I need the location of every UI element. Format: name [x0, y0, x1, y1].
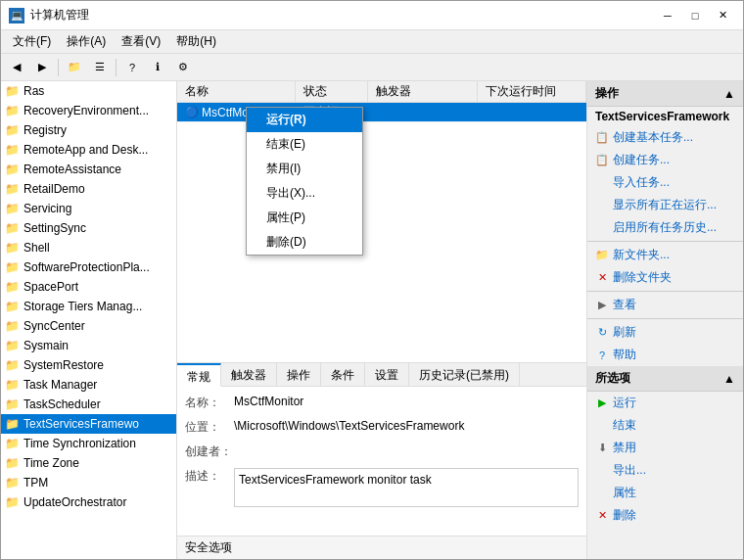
tabs-bar: 常规 触发器 操作 条件 设置 历史记录(已禁用) [177, 363, 586, 387]
location-value: \Microsoft\Windows\TextServicesFramework [234, 419, 579, 436]
right-action-show-running[interactable]: 显示所有正在运行... [587, 194, 743, 216]
menu-file[interactable]: 文件(F) [5, 31, 59, 52]
col-trigger[interactable]: 触发器 [368, 81, 477, 102]
info-button[interactable]: ℹ [146, 57, 169, 78]
context-menu-properties[interactable]: 属性(P) [247, 206, 362, 230]
tab-triggers[interactable]: 触发器 [221, 363, 277, 386]
sidebar-item-timezone[interactable]: 📁 Time Zone [1, 453, 176, 473]
sidebar-item-synccenter[interactable]: 📁 SyncCenter [1, 316, 176, 336]
title-bar: 💻 计算机管理 ─ □ ✕ [1, 1, 743, 30]
main-window: 💻 计算机管理 ─ □ ✕ 文件(F) 操作(A) 查看(V) 帮助(H) ◀ … [0, 0, 744, 560]
folder-icon: 📁 [5, 476, 20, 490]
right-action-refresh[interactable]: ↻ 刷新 [587, 321, 743, 344]
right-selected-properties[interactable]: 属性 [587, 482, 743, 504]
desc-label: 描述： [185, 468, 234, 507]
sidebar-item-shell[interactable]: 📁 Shell [1, 238, 176, 257]
context-menu-run[interactable]: 运行(R) [247, 108, 362, 132]
toolbar-separator-2 [116, 59, 116, 76]
main-content: 📁 Ras 📁 RecoveryEnvironment... 📁 Registr… [1, 81, 743, 559]
forward-button[interactable]: ▶ [30, 57, 54, 78]
context-menu-end[interactable]: 结束(E) [247, 132, 362, 157]
toolbar-separator-1 [58, 59, 59, 76]
task-list-body: 🔵 MsCtfMoni... 正在运行 - 当所... [177, 103, 586, 362]
sidebar-item-systemrestore[interactable]: 📁 SystemRestore [1, 355, 176, 375]
sidebar-item-timesynchronization[interactable]: 📁 Time Synchronization [1, 434, 176, 453]
disable-icon: ⬇ [595, 442, 609, 455]
right-separator-3 [587, 318, 743, 319]
right-action-help[interactable]: ? 帮助 [587, 344, 743, 366]
close-button[interactable]: ✕ [710, 6, 735, 25]
folder-icon: 📁 [5, 143, 20, 157]
folder-icon: 📁 [5, 221, 20, 235]
name-label: 名称： [185, 395, 234, 411]
right-selected-run[interactable]: ▶ 运行 [587, 392, 743, 414]
right-action-view[interactable]: ▶ 查看 [587, 294, 743, 316]
desc-value: TextServicesFramework monitor task [234, 468, 579, 507]
tab-actions[interactable]: 操作 [277, 363, 321, 386]
sidebar-item-tpm[interactable]: 📁 TPM [1, 473, 176, 492]
folder-icon: 📁 [5, 84, 20, 98]
run-icon: ▶ [595, 397, 609, 410]
context-menu-disable[interactable]: 禁用(I) [247, 157, 362, 181]
menu-view[interactable]: 查看(V) [114, 31, 168, 52]
right-selected-export[interactable]: 导出... [587, 459, 743, 482]
col-next-run[interactable]: 下次运行时间 [478, 81, 586, 102]
sidebar-item-remoteassistance[interactable]: 📁 RemoteAssistance [1, 160, 176, 179]
maximize-button[interactable]: □ [682, 6, 708, 25]
settings-button[interactable]: ⚙ [171, 57, 195, 78]
sidebar-item-retaildemo[interactable]: 📁 RetailDemo [1, 179, 176, 199]
sidebar-item-storagetiersmanager[interactable]: 📁 Storage Tiers Manag... [1, 297, 176, 316]
minimize-button[interactable]: ─ [655, 6, 680, 25]
table-row[interactable]: 🔵 MsCtfMoni... 正在运行 - 当所... [177, 103, 586, 122]
right-action-delete-folder[interactable]: ✕ 删除文件夹 [587, 266, 743, 289]
sidebar-item-textservicesframework[interactable]: 📁 TextServicesFramewo [1, 414, 176, 434]
sidebar-item-settingsync[interactable]: 📁 SettingSync [1, 218, 176, 238]
task-list-area: 名称 状态 触发器 下次运行时间 🔵 MsCtfMoni... 正在运行 - 当… [177, 81, 586, 363]
context-menu: 运行(R) 结束(E) 禁用(I) 导出(X)... 属性(P) 删除(D) [246, 107, 363, 256]
col-status[interactable]: 状态 [296, 81, 369, 102]
right-action-create-task[interactable]: 📋 创建任务... [587, 149, 743, 171]
sidebar-item-taskmanager[interactable]: 📁 Task Manager [1, 375, 176, 395]
folder-icon: 📁 [5, 280, 20, 294]
sidebar-item-registry[interactable]: 📁 Registry [1, 120, 176, 140]
view-icon: ▶ [595, 299, 609, 312]
sidebar-item-sysmain[interactable]: 📁 Sysmain [1, 336, 176, 355]
help-icon: ? [595, 349, 609, 362]
right-action-import-task[interactable]: 导入任务... [587, 171, 743, 194]
col-name[interactable]: 名称 [177, 81, 296, 102]
context-menu-export[interactable]: 导出(X)... [247, 181, 362, 206]
new-folder-icon: 📁 [595, 249, 609, 262]
sidebar-item-recoveryenvironment[interactable]: 📁 RecoveryEnvironment... [1, 101, 176, 120]
tab-settings[interactable]: 设置 [365, 363, 409, 386]
folder-icon: 📁 [5, 456, 20, 470]
sidebar-item-updateorchestrator[interactable]: 📁 UpdateOrchestrator [1, 492, 176, 512]
right-panel: 操作 ▲ TextServicesFramework 📋 创建基本任务... 📋… [586, 81, 743, 559]
back-button[interactable]: ◀ [5, 57, 28, 78]
right-action-enable-history[interactable]: 启用所有任务历史... [587, 216, 743, 239]
sidebar-item-remoteapp[interactable]: 📁 RemoteApp and Desk... [1, 140, 176, 160]
context-menu-delete[interactable]: 删除(D) [247, 230, 362, 255]
tab-conditions[interactable]: 条件 [321, 363, 365, 386]
properties-icon [595, 487, 609, 500]
folder-icon: 📁 [5, 182, 20, 196]
sidebar-item-servicing[interactable]: 📁 Servicing [1, 199, 176, 218]
tab-general[interactable]: 常规 [177, 363, 221, 387]
help-button[interactable]: ? [120, 57, 144, 78]
title-controls: ─ □ ✕ [655, 6, 735, 25]
right-selected-end[interactable]: 结束 [587, 414, 743, 437]
list-button[interactable]: ☰ [88, 57, 112, 78]
right-action-create-basic[interactable]: 📋 创建基本任务... [587, 126, 743, 149]
right-selected-disable[interactable]: ⬇ 禁用 [587, 437, 743, 459]
tab-history[interactable]: 历史记录(已禁用) [409, 363, 520, 386]
folder-button[interactable]: 📁 [63, 57, 86, 78]
menu-action[interactable]: 操作(A) [59, 31, 114, 52]
menu-bar: 文件(F) 操作(A) 查看(V) 帮助(H) [1, 30, 743, 54]
sidebar-item-spaceport[interactable]: 📁 SpacePort [1, 277, 176, 297]
import-task-icon [595, 176, 609, 190]
menu-help[interactable]: 帮助(H) [168, 31, 224, 52]
sidebar-item-softwareprotection[interactable]: 📁 SoftwareProtectionPla... [1, 257, 176, 277]
sidebar-item-ras[interactable]: 📁 Ras [1, 81, 176, 101]
sidebar-item-taskscheduler[interactable]: 📁 TaskScheduler [1, 395, 176, 414]
right-action-new-folder[interactable]: 📁 新文件夹... [587, 244, 743, 266]
right-selected-delete[interactable]: ✕ 删除 [587, 504, 743, 527]
